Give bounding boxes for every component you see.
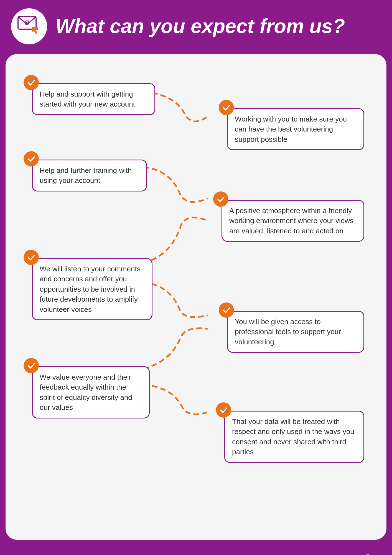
bubble-7-text: We value everyone and their feedback equ… — [40, 373, 132, 412]
header-icon-circle — [11, 8, 47, 44]
item-6: You will be given access to professional… — [223, 307, 364, 353]
checkmark-6 — [219, 302, 234, 318]
bubble-5: We will listen to your comments and conc… — [32, 258, 152, 320]
bubble-6-text: You will be given access to professional… — [235, 317, 341, 346]
bubble-8: That your data will be treated with resp… — [224, 411, 364, 463]
mnda-orange-a: a — [370, 551, 381, 555]
item-4: A positive atmosphere within a friendly … — [217, 196, 364, 242]
bubble-4: A positive atmosphere within a friendly … — [222, 200, 364, 242]
bubble-6: You will be given access to professional… — [227, 311, 364, 353]
footer-logo: mnda motor neurone disease association — [330, 552, 381, 555]
checkmark-1 — [24, 75, 39, 90]
item-6-wrapper: You will be given access to professional… — [223, 307, 364, 353]
bubble-7: We value everyone and their feedback equ… — [32, 366, 150, 418]
item-1-wrapper: Help and support with getting started wi… — [28, 79, 155, 115]
item-8: That your data will be treated with resp… — [220, 407, 364, 463]
footer: If you have any questions please get in … — [0, 544, 392, 555]
items-container: Help and support with getting started wi… — [19, 71, 373, 515]
item-2: Working with you to make sure you can ha… — [223, 104, 364, 150]
bubble-2: Working with you to make sure you can ha… — [227, 108, 364, 150]
item-2-wrapper: Working with you to make sure you can ha… — [223, 104, 364, 150]
bubble-4-text: A positive atmosphere within a friendly … — [229, 206, 353, 235]
checkmark-8 — [216, 402, 231, 418]
item-5: We will listen to your comments and conc… — [28, 254, 152, 320]
bubble-2-text: Working with you to make sure you can ha… — [235, 115, 347, 143]
bubble-8-text: That your data will be treated with resp… — [232, 417, 354, 456]
bubble-1: Help and support with getting started wi… — [32, 83, 155, 115]
item-7-wrapper: We value everyone and their feedback equ… — [28, 362, 150, 418]
bubble-5-text: We will listen to your comments and conc… — [40, 265, 141, 314]
mnda-logo-text: mnda — [331, 552, 381, 555]
header: What can you expect from us? — [0, 0, 392, 50]
checkmark-7 — [24, 358, 39, 373]
bubble-3: Help and further training with using you… — [32, 160, 147, 191]
email-hand-icon — [17, 14, 42, 39]
bubble-3-text: Help and further training with using you… — [40, 166, 132, 185]
item-7: We value everyone and their feedback equ… — [28, 362, 150, 418]
item-3: Help and further training with using you… — [28, 155, 147, 191]
checkmark-2 — [219, 100, 234, 115]
page-title: What can you expect from us? — [55, 15, 345, 37]
item-5-wrapper: We will listen to your comments and conc… — [28, 254, 152, 320]
checkmark-4 — [213, 191, 228, 207]
checkmark-5 — [24, 250, 39, 265]
item-8-wrapper: That your data will be treated with resp… — [220, 407, 364, 463]
svg-point-2 — [26, 22, 28, 24]
item-1: Help and support with getting started wi… — [28, 79, 155, 115]
item-3-wrapper: Help and further training with using you… — [28, 155, 147, 191]
main-content: Help and support with getting started wi… — [6, 54, 386, 540]
checkmark-3 — [24, 151, 39, 167]
item-4-wrapper: A positive atmosphere within a friendly … — [217, 196, 364, 242]
bubble-1-text: Help and support with getting started wi… — [40, 90, 135, 108]
